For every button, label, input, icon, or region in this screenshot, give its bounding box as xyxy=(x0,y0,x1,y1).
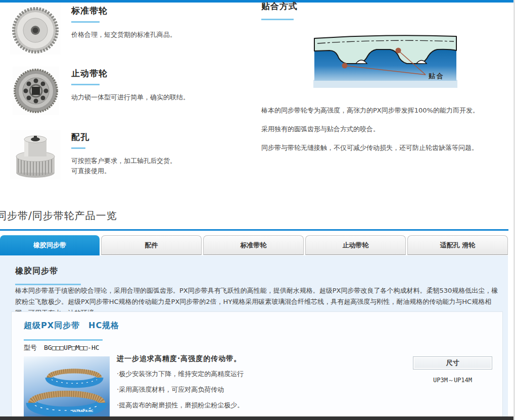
size-column: 尺寸 UP3M～UP14M xyxy=(413,356,492,385)
card-bullet: ·提高齿布的耐磨损性，磨损粉尘粉尘极少。 xyxy=(117,401,400,410)
card-bullet: ·极少安装张力下降，维持安定的高精度运行 xyxy=(117,370,400,379)
bonding-paragraph: 同步带与带轮无缝接触，不仅可减少传动损失，还可防止轮齿缺落等问题。 xyxy=(261,143,499,152)
bond-point-marker xyxy=(342,63,348,69)
product-desc: 动力锁一体型可进行简单，确实的联结。 xyxy=(71,92,238,102)
card-description: 进一步追求高精度·高强度的传动带。 ·极少安装张力下降，维持安定的高精度运行 ·… xyxy=(117,354,400,420)
belt-tooth-diagram: 贴合 xyxy=(313,30,457,90)
product-title-standard-pulley[interactable]: 标准带轮 xyxy=(71,5,238,17)
product-desc: 价格合理，短交货期的标准孔商品。 xyxy=(71,30,238,40)
product-desc-line1: 可按照客户要求，加工轴孔后交货。 xyxy=(71,156,238,166)
size-button[interactable]: 尺寸 xyxy=(413,356,492,370)
belt-marking-text: ULTRAPX-HC xyxy=(72,409,93,412)
belt-product-photo: ULTRAPX-HC xyxy=(24,356,110,417)
bonding-section-title: 贴合方式 xyxy=(261,1,298,12)
top-accent-bar xyxy=(0,0,513,3)
lock-pulley-photo xyxy=(13,67,59,115)
rubber-belt-heading: 橡胶同步带 xyxy=(15,266,58,277)
tab-standard-pulley[interactable]: 标准带轮 xyxy=(203,235,304,255)
title-underline xyxy=(71,21,100,23)
super-px-hc-card: 超级PX同步带 HC规格 型号BG□□□UP□M□□-HC xyxy=(11,311,503,420)
overview-divider xyxy=(0,229,508,231)
tab-bored-pulley[interactable]: 适配孔 滑轮 xyxy=(407,235,508,255)
bonding-paragraph: 采用独有的圆弧齿形与贴合方式的咬合。 xyxy=(261,125,499,134)
title-underline xyxy=(24,339,103,341)
bonding-paragraphs: 椿本的同步带轮专为高强度，高张力的PX同步带发挥100%的能力而开发。 采用独有… xyxy=(261,106,499,162)
title-underline xyxy=(71,147,85,149)
tab-accessories[interactable]: 配件 xyxy=(101,235,202,255)
product-desc-line2: 可直接使用。 xyxy=(71,166,238,176)
bored-pulley-photo xyxy=(10,130,61,180)
card-bullet-list: ·极少安装张力下降，维持安定的高精度运行 ·采用高强度材料，可应对高负荷传动 ·… xyxy=(117,370,400,420)
bonding-paragraph: 椿本的同步带轮专为高强度，高张力的PX同步带发挥100%的能力而开发。 xyxy=(261,106,499,115)
card-bullet: ·采用高强度材料，可应对高负荷传动 xyxy=(117,385,400,394)
tab-rubber-belt[interactable]: 橡胶同步带 xyxy=(0,235,100,255)
bottom-dark-bar xyxy=(0,416,513,420)
card-heading[interactable]: 超级PX同步带 HC规格 xyxy=(24,321,119,331)
model-code: BG□□□UP□M□□-HC xyxy=(44,344,100,351)
page: 标准带轮 价格合理，短交货期的标准孔商品。 止动带轮 动力锁一体型可进行简单，确… xyxy=(0,0,515,420)
model-row: 型号BG□□□UP□M□□-HC xyxy=(24,343,100,352)
bond-point-marker xyxy=(396,48,401,54)
title-underline xyxy=(261,19,294,20)
diagram-bond-label: 贴合 xyxy=(428,72,445,80)
standard-pulley-photo xyxy=(10,4,61,55)
overview-section-title: 同步带/同步带轮产品一览 xyxy=(0,209,117,223)
product-title-bored[interactable]: 配孔 xyxy=(71,131,238,143)
product-title-lock-pulley[interactable]: 止动带轮 xyxy=(71,68,238,79)
rubber-belt-panel: 橡胶同步带 椿本同步带基于缜密的咬合理论，采用合理的圆弧齿形。PX同步带具有飞跃… xyxy=(0,255,508,416)
tab-lock-pulley[interactable]: 止动带轮 xyxy=(305,235,406,255)
model-label: 型号 xyxy=(24,344,37,351)
product-desc: 可按照客户要求，加工轴孔后交货。 可直接使用。 xyxy=(71,156,238,176)
title-underline xyxy=(71,84,100,85)
product-tab-bar: 橡胶同步带 配件 标准带轮 止动带轮 适配孔 滑轮 xyxy=(0,235,508,255)
card-lead: 进一步追求高精度·高强度的传动带。 xyxy=(117,354,400,363)
size-range-text: UP3M～UP14M xyxy=(413,376,492,385)
